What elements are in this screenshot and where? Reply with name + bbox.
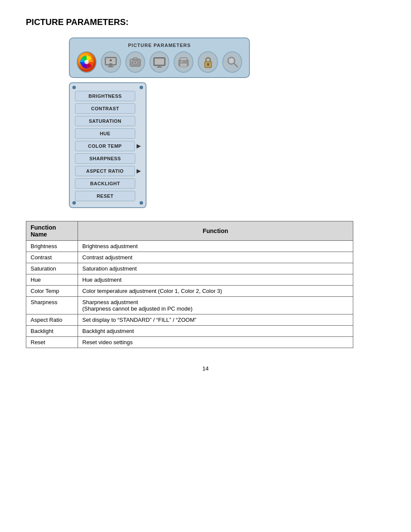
printer-icon[interactable] xyxy=(174,51,193,73)
menu-item-button-color-temp[interactable]: COLOR TEMP xyxy=(75,141,135,151)
color-wheel-icon[interactable] xyxy=(77,51,97,73)
camera-icon[interactable] xyxy=(125,51,145,73)
menu-item-button-brightness[interactable]: BRIGHTNESS xyxy=(75,91,135,101)
table-row: Color TempColor temperature adjustment (… xyxy=(26,286,353,297)
table-cell-function: Backlight adjustment xyxy=(78,326,353,337)
menu-item-button-contrast[interactable]: CONTRAST xyxy=(75,103,135,114)
svg-rect-15 xyxy=(155,59,164,65)
table-row: Aspect RatioSet display to “STANDARD” / … xyxy=(26,314,353,326)
menu-item-row: COLOR TEMP▶ xyxy=(75,141,140,151)
table-row: HueHue adjustment xyxy=(26,274,353,286)
menu-item-button-backlight[interactable]: BACKLIGHT xyxy=(75,178,135,189)
svg-rect-17 xyxy=(157,67,162,68)
svg-point-28 xyxy=(229,59,234,63)
corner-dot-br xyxy=(140,201,143,205)
menu-item-button-aspect-ratio[interactable]: ASPECT RATIO xyxy=(75,166,135,176)
table-cell-function: Hue adjustment xyxy=(78,274,353,286)
table-row: BrightnessBrightness adjustment xyxy=(26,241,353,252)
menu-item-row: SATURATION xyxy=(75,116,140,126)
svg-line-29 xyxy=(234,63,237,67)
table-row: SaturationSaturation adjustment xyxy=(26,263,353,274)
menu-item-button-sharpness[interactable]: SHARPNESS xyxy=(75,153,135,164)
function-table: Function Name Function BrightnessBrightn… xyxy=(26,221,353,348)
icon-bar: PICTURE PARAMETERS xyxy=(69,37,250,78)
lock-icon[interactable] xyxy=(198,51,218,73)
table-cell-name: Brightness xyxy=(26,241,78,252)
table-cell-function: Reset video settings xyxy=(78,337,353,348)
table-cell-name: Saturation xyxy=(26,263,78,274)
table-cell-name: Contrast xyxy=(26,252,78,263)
corner-dot-bl xyxy=(72,201,76,205)
menu-item-row: ASPECT RATIO▶ xyxy=(75,166,140,176)
table-cell-function: Sharpness adjustment(Sharpness cannot be… xyxy=(78,297,353,314)
menu-item-button-saturation[interactable]: SATURATION xyxy=(75,116,135,126)
menu-items-list: BRIGHTNESSCONTRASTSATURATIONHUECOLOR TEM… xyxy=(75,91,140,201)
table-cell-function: Set display to “STANDARD” / “FILL” / “ZO… xyxy=(78,314,353,326)
table-cell-function: Saturation adjustment xyxy=(78,263,353,274)
menu-item-button-hue[interactable]: HUE xyxy=(75,128,135,139)
svg-rect-12 xyxy=(133,58,137,60)
picture-panel-wrapper: PICTURE PARAMETERS xyxy=(69,37,385,208)
monitor-icon[interactable] xyxy=(101,51,121,73)
menu-item-row: CONTRAST xyxy=(75,103,140,114)
svg-rect-22 xyxy=(181,64,186,65)
display-icon[interactable] xyxy=(149,51,169,73)
icon-bar-title: PICTURE PARAMETERS xyxy=(77,43,242,48)
menu-item-row: SHARPNESS xyxy=(75,153,140,164)
table-row: BacklightBacklight adjustment xyxy=(26,326,353,337)
table-header-function: Function xyxy=(78,221,353,241)
table-cell-function: Contrast adjustment xyxy=(78,252,353,263)
table-header-function-name: Function Name xyxy=(26,221,78,241)
table-row: ResetReset video settings xyxy=(26,337,353,348)
svg-rect-6 xyxy=(109,65,112,66)
table-row: SharpnessSharpness adjustment(Sharpness … xyxy=(26,297,353,314)
menu-item-row: RESET xyxy=(75,191,140,201)
svg-rect-20 xyxy=(180,63,187,67)
table-row: ContrastContrast adjustment xyxy=(26,252,353,263)
svg-point-8 xyxy=(110,59,112,62)
table-cell-name: Color Temp xyxy=(26,286,78,297)
svg-point-13 xyxy=(131,60,132,61)
menu-panel: BRIGHTNESSCONTRASTSATURATIONHUECOLOR TEM… xyxy=(69,82,146,208)
table-cell-name: Sharpness xyxy=(26,297,78,314)
page-number: 14 xyxy=(26,365,385,372)
svg-rect-26 xyxy=(207,64,209,66)
icon-bar-icons xyxy=(77,51,242,73)
svg-point-11 xyxy=(134,61,137,64)
arrow-right-icon: ▶ xyxy=(137,168,140,174)
svg-rect-7 xyxy=(108,66,114,67)
menu-item-button-reset[interactable]: RESET xyxy=(75,191,135,201)
search-icon[interactable] xyxy=(222,51,242,73)
corner-dot-tl xyxy=(72,86,76,89)
menu-item-row: BACKLIGHT xyxy=(75,178,140,189)
svg-rect-21 xyxy=(181,61,183,62)
table-cell-name: Hue xyxy=(26,274,78,286)
table-cell-name: Reset xyxy=(26,337,78,348)
corner-dot-tr xyxy=(140,86,143,89)
svg-point-1 xyxy=(84,60,89,64)
table-cell-function: Color temperature adjustment (Color 1, C… xyxy=(78,286,353,297)
menu-item-row: BRIGHTNESS xyxy=(75,91,140,101)
svg-rect-23 xyxy=(181,65,186,66)
page-title: PICTURE PARAMETERS: xyxy=(26,17,385,27)
svg-rect-19 xyxy=(180,58,187,61)
table-cell-function: Brightness adjustment xyxy=(78,241,353,252)
table-cell-name: Backlight xyxy=(26,326,78,337)
table-cell-name: Aspect Ratio xyxy=(26,314,78,326)
arrow-right-icon: ▶ xyxy=(137,143,140,149)
menu-item-row: HUE xyxy=(75,128,140,139)
svg-rect-16 xyxy=(158,65,161,67)
